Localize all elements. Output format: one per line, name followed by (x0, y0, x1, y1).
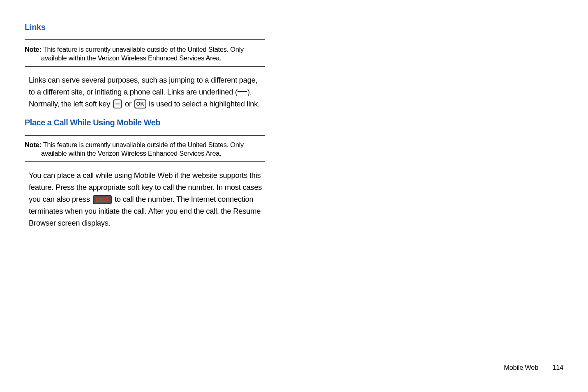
heading-place-call: Place a Call While Using Mobile Web (25, 118, 265, 127)
text-segment: is used to select a highlighted link. (147, 99, 260, 108)
text-segment: or (123, 99, 134, 108)
footer-page-number: 114 (552, 364, 563, 371)
heading-links: Links (25, 23, 265, 32)
note-links: Note: This feature is currently unavaila… (25, 45, 265, 62)
footer-section-title: Mobile Web (504, 364, 538, 371)
divider-thick (25, 135, 265, 136)
note-label: Note: (25, 46, 42, 53)
power-icon (106, 198, 109, 201)
divider-thick (25, 39, 265, 40)
divider-thin (25, 161, 265, 162)
ok-key-icon: OK (134, 99, 146, 108)
page-footer: Mobile Web 114 (504, 364, 563, 371)
note-label: Note: (25, 141, 42, 148)
text-segment: Links can serve several purposes, such a… (29, 76, 258, 96)
end-key-icon: END (93, 195, 112, 204)
note-text: This feature is currently unavailable ou… (41, 141, 244, 157)
body-links: Links can serve several purposes, such a… (25, 74, 265, 110)
divider-thin (25, 66, 265, 67)
underline-placeholder (238, 91, 247, 92)
content-column: Links Note: This feature is currently un… (25, 23, 265, 229)
body-place-call: You can place a call while using Mobile … (25, 169, 265, 229)
left-soft-key-icon (113, 99, 122, 108)
note-text: This feature is currently unavailable ou… (41, 46, 244, 62)
note-place-call: Note: This feature is currently unavaila… (25, 141, 265, 157)
